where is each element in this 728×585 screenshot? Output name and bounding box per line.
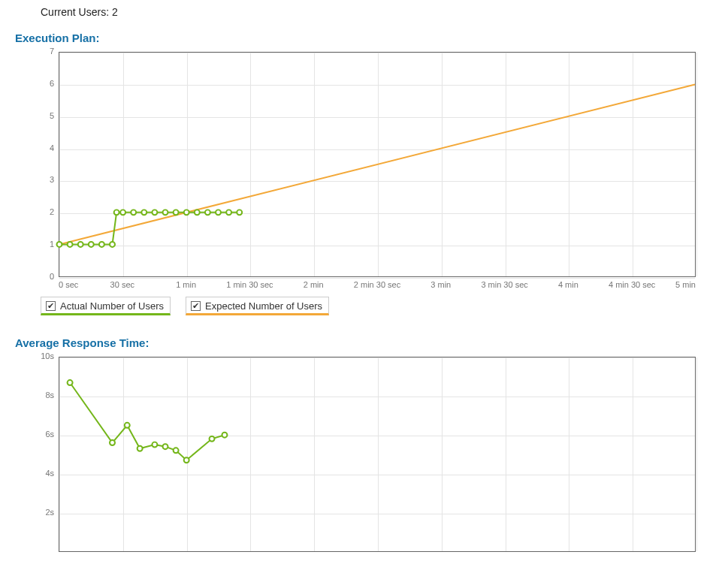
avg-response-chart: Average Response Time 2s4s6s8s10s <box>15 357 713 552</box>
chart1-legend: ✔ Actual Number of Users ✔ Expected Numb… <box>41 297 713 315</box>
svg-point-22 <box>137 446 143 451</box>
svg-point-2 <box>78 242 83 247</box>
y-tick-label: 5 <box>50 111 54 120</box>
svg-point-28 <box>222 433 227 438</box>
svg-point-9 <box>141 210 147 215</box>
svg-point-26 <box>184 457 189 463</box>
checkbox-icon: ✔ <box>46 301 56 311</box>
svg-point-13 <box>184 210 189 215</box>
legend-expected-users-label: Expected Number of Users <box>205 300 322 312</box>
y-tick-label: 1 <box>50 240 54 249</box>
svg-point-6 <box>114 210 119 215</box>
x-tick-label: 1 min <box>176 280 196 289</box>
avg-response-title: Average Response Time: <box>15 336 713 349</box>
checkbox-icon: ✔ <box>191 301 201 311</box>
x-tick-label: 2 min <box>304 280 324 289</box>
svg-point-18 <box>237 210 242 215</box>
svg-point-0 <box>57 242 62 247</box>
chart1-y-ticks: 01234567 <box>41 52 59 277</box>
svg-point-10 <box>152 210 157 215</box>
svg-point-3 <box>89 242 94 247</box>
y-tick-label: 0 <box>50 272 54 281</box>
current-users-label: Current Users: 2 <box>41 6 713 18</box>
chart2-plot-area <box>59 357 696 552</box>
x-tick-label: 4 min 30 sec <box>609 280 655 289</box>
x-tick-label: 4 min <box>558 280 578 289</box>
svg-point-17 <box>226 210 231 215</box>
x-tick-label: 1 min 30 sec <box>226 280 273 289</box>
y-tick-label: 10s <box>41 351 54 360</box>
y-tick-label: 6s <box>45 430 54 439</box>
y-tick-label: 6 <box>50 79 54 88</box>
y-tick-label: 4 <box>50 143 54 152</box>
svg-point-8 <box>131 210 136 215</box>
y-tick-label: 2s <box>45 508 54 517</box>
x-tick-label: 3 min <box>430 280 451 289</box>
svg-point-27 <box>210 436 215 442</box>
chart1-x-ticks: 0 sec30 sec1 min1 min 30 sec2 min2 min 3… <box>59 277 696 289</box>
legend-actual-users[interactable]: ✔ Actual Number of Users <box>41 297 171 315</box>
svg-point-4 <box>99 242 104 247</box>
svg-point-11 <box>163 210 168 215</box>
svg-point-7 <box>120 210 125 215</box>
svg-point-16 <box>216 210 221 215</box>
svg-point-20 <box>110 440 115 445</box>
svg-point-5 <box>110 242 115 247</box>
svg-point-14 <box>195 210 200 215</box>
svg-point-19 <box>68 380 73 385</box>
x-tick-label: 2 min 30 sec <box>354 280 400 289</box>
x-tick-label: 5 min <box>675 280 696 289</box>
x-tick-label: 30 sec <box>110 280 134 289</box>
y-tick-label: 8s <box>45 391 54 400</box>
svg-point-24 <box>163 444 168 449</box>
svg-point-21 <box>125 423 130 428</box>
chart2-y-ticks: 2s4s6s8s10s <box>41 357 59 552</box>
x-tick-label: 0 sec <box>59 280 78 289</box>
chart1-plot-area <box>59 52 696 277</box>
y-tick-label: 4s <box>45 469 54 478</box>
y-tick-label: 7 <box>50 47 54 56</box>
svg-point-25 <box>174 448 179 453</box>
y-tick-label: 2 <box>50 207 54 216</box>
y-tick-label: 3 <box>50 175 54 184</box>
svg-point-12 <box>174 210 179 215</box>
x-tick-label: 3 min 30 sec <box>481 280 527 289</box>
legend-expected-users[interactable]: ✔ Expected Number of Users <box>186 297 329 315</box>
legend-actual-users-label: Actual Number of Users <box>60 300 164 312</box>
execution-plan-chart: Number of Virtual Users 01234567 0 sec30… <box>15 52 713 289</box>
svg-point-1 <box>68 242 73 247</box>
execution-plan-title: Execution Plan: <box>15 32 713 44</box>
svg-point-15 <box>205 210 210 215</box>
svg-point-23 <box>152 442 157 448</box>
